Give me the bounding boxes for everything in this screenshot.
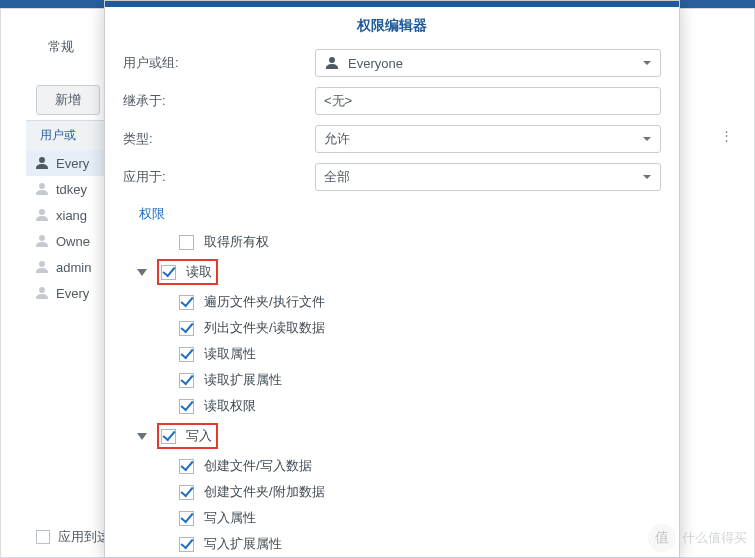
row-name: admin [56,260,91,275]
checkbox[interactable] [179,459,194,474]
perm-label: 读取扩展属性 [204,371,282,389]
perm-child-item[interactable]: 列出文件夹/读取数据 [123,315,661,341]
perm-child-item[interactable]: 读取属性 [123,341,661,367]
select-inherit[interactable]: <无> [315,87,661,115]
perm-child-item[interactable]: 写入属性 [123,505,661,531]
checkbox[interactable] [179,295,194,310]
perm-label: 读取属性 [204,345,256,363]
select-user-value: Everyone [348,56,403,71]
perm-label: 写入属性 [204,509,256,527]
label-user-or-group: 用户或组: [123,54,315,72]
user-icon [34,233,50,249]
select-user-or-group[interactable]: Everyone [315,49,661,77]
user-icon [34,207,50,223]
permission-editor-dialog: 权限编辑器 用户或组: Everyone 继承于: <无> 类型: 允许 应用于… [104,0,680,558]
more-menu-icon[interactable]: ⋮ [720,128,735,143]
row-name: tdkey [56,182,87,197]
perm-label: 取得所有权 [204,233,269,251]
add-button[interactable]: 新增 [36,85,100,115]
label-inherit: 继承于: [123,92,315,110]
perm-label: 读取权限 [204,397,256,415]
label-apply-to: 应用于: [123,168,315,186]
perm-child-item[interactable]: 遍历文件夹/执行文件 [123,289,661,315]
perm-child-item[interactable]: 读取扩展属性 [123,367,661,393]
user-icon [34,155,50,171]
select-inherit-value: <无> [324,92,352,110]
chevron-down-icon [642,56,652,71]
row-name: xiang [56,208,87,223]
perm-label: 创建文件/写入数据 [204,457,312,475]
row-name: Owne [56,234,90,249]
permission-tree[interactable]: 取得所有权 读取 遍历文件夹/执行文件列出文件夹/读取数据读取属性读取扩展属性读… [123,229,661,555]
highlight-write: 写入 [157,423,218,449]
tab-general[interactable]: 常规 [48,38,74,56]
checkbox[interactable] [179,321,194,336]
row-name: Every [56,156,89,171]
perm-write-group[interactable]: 写入 [123,419,661,453]
expander-icon[interactable] [137,269,147,276]
apply-label: 应用到这 [58,528,110,546]
watermark-text: 什么值得买 [682,529,747,547]
perm-child-item[interactable]: 写入扩展属性 [123,531,661,555]
apply-to-checkbox-row: 应用到这 [36,528,110,546]
expander-icon[interactable] [137,433,147,440]
apply-checkbox[interactable] [36,530,50,544]
checkbox[interactable] [179,537,194,552]
watermark: 值 什么值得买 [648,524,747,552]
perm-child-item[interactable]: 创建文件/写入数据 [123,453,661,479]
permission-section-label: 权限 [123,201,661,229]
user-icon [324,55,340,71]
chevron-down-icon [642,170,652,185]
perm-label: 读取 [186,263,212,281]
select-type[interactable]: 允许 [315,125,661,153]
dialog-form: 用户或组: Everyone 继承于: <无> 类型: 允许 应用于: 全部 [105,49,679,229]
label-type: 类型: [123,130,315,148]
perm-take-ownership[interactable]: 取得所有权 [123,229,661,255]
checkbox[interactable] [179,399,194,414]
perm-label: 列出文件夹/读取数据 [204,319,325,337]
perm-child-item[interactable]: 创建文件夹/附加数据 [123,479,661,505]
select-type-value: 允许 [324,130,350,148]
perm-label: 创建文件夹/附加数据 [204,483,325,501]
watermark-icon: 值 [648,524,676,552]
perm-label: 遍历文件夹/执行文件 [204,293,325,311]
checkbox[interactable] [161,429,176,444]
checkbox[interactable] [179,235,194,250]
user-icon [34,285,50,301]
checkbox[interactable] [179,373,194,388]
checkbox[interactable] [161,265,176,280]
highlight-read: 读取 [157,259,218,285]
chevron-down-icon [642,132,652,147]
perm-child-item[interactable]: 读取权限 [123,393,661,419]
user-icon [34,259,50,275]
row-name: Every [56,286,89,301]
select-apply-to[interactable]: 全部 [315,163,661,191]
perm-label: 写入扩展属性 [204,535,282,553]
checkbox[interactable] [179,511,194,526]
perm-read-group[interactable]: 读取 [123,255,661,289]
select-apply-value: 全部 [324,168,350,186]
perm-label: 写入 [186,427,212,445]
checkbox[interactable] [179,485,194,500]
checkbox[interactable] [179,347,194,362]
dialog-title: 权限编辑器 [105,7,679,49]
user-icon [34,181,50,197]
